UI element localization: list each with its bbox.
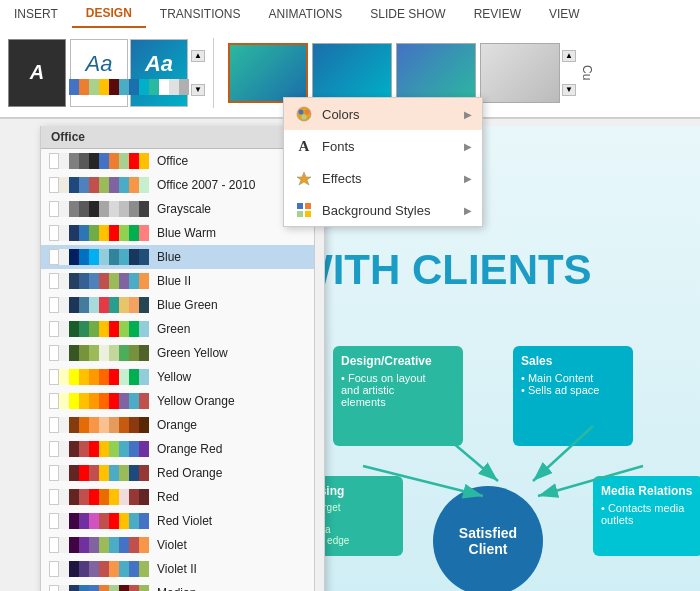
color-item-blue[interactable]: Blue — [41, 245, 324, 269]
swatches-median — [49, 585, 149, 591]
color-item-label-bluewarm: Blue Warm — [157, 226, 216, 240]
swatches-yellow — [49, 369, 149, 385]
svg-point-2 — [305, 110, 310, 115]
color-item-redorange[interactable]: Red Orange — [41, 461, 324, 485]
color-item-green[interactable]: Green — [41, 317, 324, 341]
thumb-scroll: ▲ ▼ — [562, 49, 576, 97]
swatches-bluegreen — [49, 297, 149, 313]
swatches-office2007 — [49, 177, 149, 193]
sales-bullet-1: • Main Content — [521, 372, 625, 384]
color-item-label-office2007: Office 2007 - 2010 — [157, 178, 256, 192]
submenu-bg-styles[interactable]: Background Styles ▶ — [284, 194, 482, 226]
color-item-label-redorange: Red Orange — [157, 466, 222, 480]
effects-label: Effects — [322, 171, 362, 186]
swatches-orange — [49, 417, 149, 433]
color-item-violet[interactable]: Violet — [41, 533, 324, 557]
svg-rect-5 — [297, 203, 303, 209]
bg-styles-icon — [294, 200, 314, 220]
ribbon-tabs: INSERT DESIGN TRANSITIONS ANIMATIONS SLI… — [0, 0, 700, 28]
thumb-scroll-down[interactable]: ▼ — [562, 84, 576, 96]
svg-line-10 — [433, 426, 498, 481]
tab-insert[interactable]: INSERT — [0, 0, 72, 28]
ribbon-divider — [213, 38, 214, 108]
slide-thumbnails — [228, 43, 560, 103]
design-submenu: Colors ▶ A Fonts ▶ Effects ▶ Background … — [283, 97, 483, 227]
submenu-colors[interactable]: Colors ▶ — [284, 98, 482, 130]
flow-arrows — [313, 406, 673, 526]
color-item-grayscale[interactable]: Grayscale — [41, 197, 324, 221]
color-item-bluegreen[interactable]: Blue Green — [41, 293, 324, 317]
color-item-label-orangered: Orange Red — [157, 442, 222, 456]
color-item-office[interactable]: Office — [41, 149, 324, 173]
swatches-green — [49, 321, 149, 337]
tab-design[interactable]: DESIGN — [72, 0, 146, 28]
submenu-effects[interactable]: Effects ▶ — [284, 162, 482, 194]
color-item-yelloworange[interactable]: Yellow Orange — [41, 389, 324, 413]
slide-thumb-1[interactable] — [228, 43, 308, 103]
tab-review[interactable]: REVIEW — [460, 0, 535, 28]
color-item-red[interactable]: Red — [41, 485, 324, 509]
satisfied-label: SatisfiedClient — [459, 525, 517, 557]
design-box-title: Design/Creative — [341, 354, 455, 368]
slide-title: WITH CLIENTS — [293, 246, 592, 294]
svg-rect-7 — [297, 211, 303, 217]
theme-aa2-button[interactable]: Aa — [130, 39, 188, 107]
color-item-median[interactable]: Median — [41, 581, 324, 591]
sales-bullet-2: • Sells ad space — [521, 384, 625, 396]
color-items-list: OfficeOffice 2007 - 2010GrayscaleBlue Wa… — [41, 149, 324, 591]
slide-thumb-3[interactable] — [396, 43, 476, 103]
tab-view[interactable]: VIEW — [535, 0, 594, 28]
color-item-orangered[interactable]: Orange Red — [41, 437, 324, 461]
color-item-label-green: Green — [157, 322, 190, 336]
svg-marker-4 — [297, 172, 311, 185]
swatches-office — [49, 153, 149, 169]
swatches-grayscale — [49, 201, 149, 217]
tab-transitions[interactable]: TRANSITIONS — [146, 0, 255, 28]
swatches-bluewarm — [49, 225, 149, 241]
color-item-label-median: Median — [157, 586, 196, 591]
colors-icon — [294, 104, 314, 124]
submenu-fonts[interactable]: A Fonts ▶ — [284, 130, 482, 162]
svg-point-1 — [299, 110, 304, 115]
color-item-label-blue2: Blue II — [157, 274, 191, 288]
colors-arrow: ▶ — [464, 109, 472, 120]
slide-thumb-2[interactable] — [312, 43, 392, 103]
svg-point-3 — [302, 115, 307, 120]
color-item-bluewarm[interactable]: Blue Warm — [41, 221, 324, 245]
color-item-greenyellow[interactable]: Green Yellow — [41, 341, 324, 365]
theme-aa1-button[interactable]: Aa — [70, 39, 128, 107]
color-item-label-greenyellow: Green Yellow — [157, 346, 228, 360]
colors-label: Colors — [322, 107, 360, 122]
theme-dark-button[interactable]: A — [8, 39, 66, 107]
color-item-label-violet2: Violet II — [157, 562, 197, 576]
slide-thumb-4[interactable] — [480, 43, 560, 103]
color-item-orange[interactable]: Orange — [41, 413, 324, 437]
customize-label[interactable]: Cu — [580, 65, 594, 80]
scroll-up-button[interactable]: ▲ — [191, 50, 205, 62]
scroll-down-button[interactable]: ▼ — [191, 84, 205, 96]
color-item-label-redviolet: Red Violet — [157, 514, 212, 528]
fonts-arrow: ▶ — [464, 141, 472, 152]
bg-styles-label: Background Styles — [322, 203, 430, 218]
tab-slideshow[interactable]: SLIDE SHOW — [356, 0, 459, 28]
thumb-scroll-up[interactable]: ▲ — [562, 50, 576, 62]
color-item-label-grayscale: Grayscale — [157, 202, 211, 216]
color-item-label-orange: Orange — [157, 418, 197, 432]
svg-rect-6 — [305, 203, 311, 209]
color-item-blue2[interactable]: Blue II — [41, 269, 324, 293]
theme-aa2-label: Aa — [145, 51, 173, 77]
color-item-label-blue: Blue — [157, 250, 181, 264]
sales-box-title: Sales — [521, 354, 625, 368]
color-item-redviolet[interactable]: Red Violet — [41, 509, 324, 533]
tab-animations[interactable]: ANIMATIONS — [254, 0, 356, 28]
swatches-redorange — [49, 465, 149, 481]
swatches-redviolet — [49, 513, 149, 529]
svg-line-11 — [533, 426, 593, 481]
swatches-violet — [49, 537, 149, 553]
swatches-violet2 — [49, 561, 149, 577]
svg-line-12 — [363, 466, 483, 496]
color-item-office2007[interactable]: Office 2007 - 2010 — [41, 173, 324, 197]
color-item-yellow[interactable]: Yellow — [41, 365, 324, 389]
color-item-violet2[interactable]: Violet II — [41, 557, 324, 581]
swatches-yelloworange — [49, 393, 149, 409]
